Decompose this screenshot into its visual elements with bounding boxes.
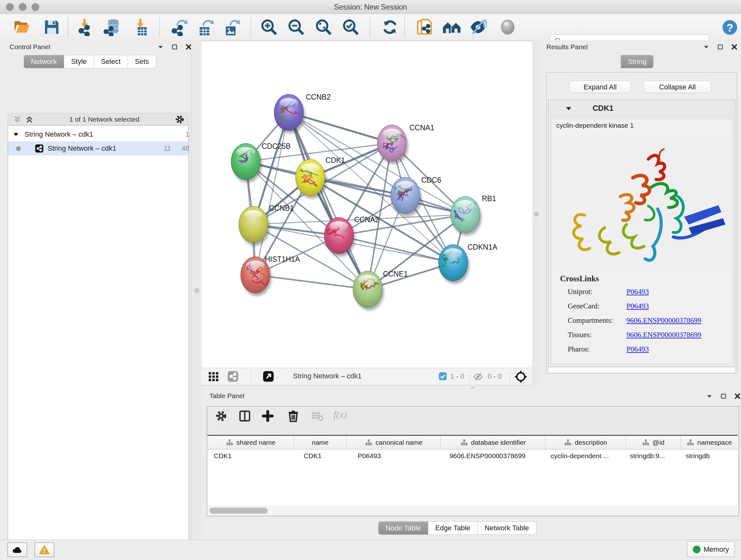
zoom-fit-icon[interactable] [315,18,333,36]
selected-checkbox-icon[interactable] [439,372,447,381]
column-header-namespace[interactable]: namespace [681,436,738,449]
tab-network[interactable]: Network [23,55,64,68]
network-node-CCNB2[interactable] [274,94,305,133]
open-session-icon[interactable] [13,18,31,36]
refresh-icon[interactable] [381,18,399,36]
gene-section-header[interactable]: CDK1 [549,100,735,117]
import-table-file-icon[interactable] [132,18,150,36]
network-node-CDK1[interactable] [295,159,327,199]
zoom-out-icon[interactable] [287,18,305,36]
delete-column-trash-icon[interactable] [287,410,300,422]
add-column-icon[interactable] [239,410,251,422]
network-node-CCNA1[interactable] [377,125,408,164]
gear-icon[interactable] [175,114,185,125]
close-panel-icon[interactable] [731,44,738,51]
tab-sets[interactable]: Sets [128,55,156,68]
add-row-plus-icon[interactable] [261,410,274,422]
network-edge[interactable] [289,112,367,289]
table-row[interactable]: CDK1 CDK1 P06493 9606.ENSP00000378699 cy… [207,449,738,462]
tab-edge-table[interactable]: Edge Table [428,521,478,535]
warning-button[interactable] [35,543,54,557]
crosslink-pharos-link[interactable]: P06493 [626,345,649,354]
left-splitter-handle[interactable] [194,288,199,293]
expand-all-chevron-icon[interactable] [24,115,34,124]
tab-string[interactable]: String [621,55,654,68]
network-collection-row[interactable]: String Network – cdk1 1 [8,127,189,141]
tab-style[interactable]: Style [64,55,94,68]
results-scroll-strip[interactable] [548,367,735,373]
float-panel-icon[interactable] [720,393,727,400]
function-builder-icon[interactable]: f(x) [333,409,347,420]
table-horizontal-scrollbar[interactable] [207,506,738,515]
crosslink-genecard-link[interactable]: P06493 [626,302,649,310]
panel-menu-icon[interactable] [157,44,164,51]
cell-name[interactable]: CDK1 [292,449,352,462]
float-panel-icon[interactable] [717,44,724,51]
collapse-all-chevron-icon[interactable] [12,115,22,124]
close-panel-icon[interactable] [734,393,741,400]
network-edge[interactable] [255,112,289,275]
section-expander-icon[interactable] [565,105,572,112]
control-panel: Control Panel Network Style Select Sets … [0,40,191,540]
cell-id[interactable]: stringdb:9... [623,449,679,462]
crosslink-uniprot-link[interactable]: P06493 [626,288,649,296]
right-splitter-handle[interactable] [534,212,539,216]
network-node-CCNB1[interactable] [239,206,270,246]
cell-shared-name[interactable]: CDK1 [207,449,292,462]
column-header-database-identifier[interactable]: database identifier [441,436,545,449]
network-node-CCNE1[interactable] [353,271,384,310]
save-session-icon[interactable] [43,18,61,36]
zoom-in-icon[interactable] [260,18,278,36]
node-label: CDC25B [262,142,291,150]
network-node-CDC6[interactable] [391,177,421,216]
column-header-name[interactable]: name [294,436,347,449]
home-icon[interactable] [442,18,462,36]
expand-all-button[interactable]: Expand All [569,81,631,93]
table-gear-icon[interactable] [215,410,227,422]
cell-namespace[interactable]: stringdb [679,449,738,462]
crosslink-row: Pharos: [568,345,590,354]
network-node-CDKN1A[interactable] [439,245,469,284]
network-node-RB1[interactable] [451,196,482,236]
import-network-database-icon[interactable] [102,18,123,36]
cloud-button[interactable] [7,543,27,557]
tab-network-table[interactable]: Network Table [478,521,536,535]
panel-menu-icon[interactable] [706,393,713,400]
show-graphics-details-icon[interactable] [469,18,487,36]
export-table-icon[interactable] [196,18,214,36]
float-panel-icon[interactable] [171,44,178,51]
panel-menu-icon[interactable] [703,44,710,51]
hidden-eye-icon[interactable] [473,372,483,381]
network-row-selected[interactable]: String Network – cdk1 11 48 [8,141,189,155]
help-icon[interactable]: ? [722,19,738,36]
fit-selected-crosshair-icon[interactable] [515,370,527,383]
cell-canonical-name[interactable]: P06493 [351,449,443,462]
open-in-cytoscape-web-icon[interactable] [415,18,433,36]
crosslink-compartments-link[interactable]: 9606.ENSP00000378699 [626,316,701,325]
column-header-id[interactable]: @id [626,436,680,449]
crosslink-tissues-link[interactable]: 9606.ENSP00000378699 [626,331,701,339]
network-node-CCNA2[interactable] [324,217,355,257]
memory-button[interactable]: Memory [687,542,735,557]
cell-description[interactable]: cyclin-dependent ... [544,449,623,462]
open-view-icon[interactable] [263,371,274,382]
column-header-canonical-name[interactable]: canonical name [347,436,441,449]
network-canvas[interactable]: CCNB2CCNA1CDC25BCDK1CDC6RB1CCNB1CCNA2CDK… [202,42,533,368]
column-header-description[interactable]: description [545,436,626,449]
tab-select[interactable]: Select [94,55,128,68]
scrollbar-thumb[interactable] [209,508,268,514]
import-network-file-icon[interactable] [76,18,94,36]
column-header-shared-name[interactable]: shared name [207,436,294,449]
tab-node-table[interactable]: Node Table [378,521,428,535]
birdseye-grid-icon[interactable] [208,371,219,382]
zoom-selected-icon[interactable] [342,18,360,36]
export-image-icon[interactable] [222,18,240,36]
network-edge[interactable] [255,275,367,289]
network-share-icon[interactable] [227,371,239,382]
delete-table-icon[interactable] [311,410,324,422]
export-network-icon[interactable] [170,18,188,36]
collection-expander-icon[interactable] [12,131,19,138]
cell-database-identifier[interactable]: 9606.ENSP00000378699 [443,449,544,462]
collapse-all-button[interactable]: Collapse All [643,81,711,93]
sphere-icon[interactable] [499,18,517,36]
